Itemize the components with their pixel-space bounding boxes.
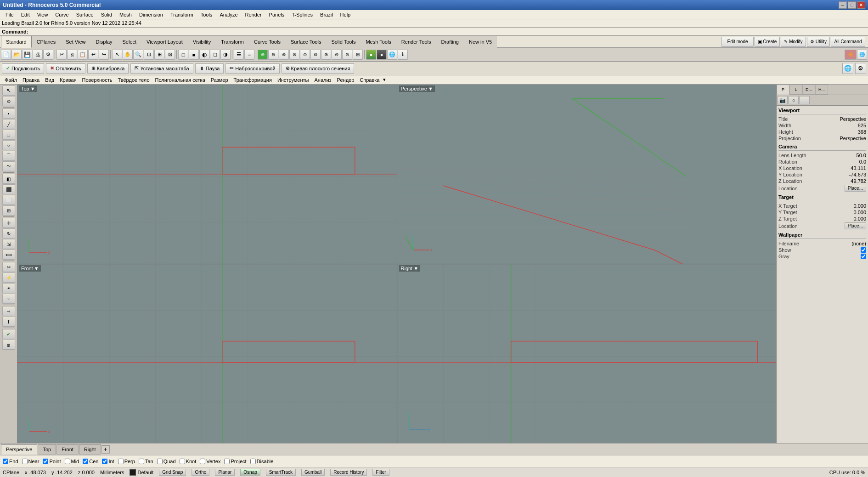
calibrate-btn[interactable]: ⊕ Калибровка: [87, 63, 129, 74]
minimize-button[interactable]: ─: [839, 1, 847, 9]
rp-tab-h[interactable]: H...: [815, 85, 828, 95]
snap4[interactable]: ⊘: [289, 50, 299, 60]
extrude-tool[interactable]: ⬛: [2, 184, 15, 194]
prop-btn[interactable]: ≡: [244, 50, 254, 60]
mirror-tool[interactable]: ⟺: [2, 250, 15, 260]
modify-btn[interactable]: ✎ Modify: [781, 37, 806, 47]
rp-tab-l[interactable]: L: [789, 85, 802, 95]
snap6[interactable]: ⊚: [310, 50, 321, 60]
freeform-tool[interactable]: 〜: [2, 161, 15, 171]
target-place-button[interactable]: Place...: [845, 222, 866, 229]
move-tool[interactable]: ✛: [2, 218, 15, 228]
viewport-right[interactable]: y z Right ▼: [397, 264, 777, 443]
pan-btn[interactable]: ✋: [123, 50, 133, 60]
ru-tools[interactable]: Инструменты: [275, 76, 312, 84]
ru-analyze[interactable]: Анализ: [311, 76, 334, 84]
menu-render[interactable]: Render: [242, 11, 265, 18]
rp-circle-icon[interactable]: ○: [789, 96, 799, 104]
menu-solid[interactable]: Solid: [97, 11, 116, 18]
tab-standard[interactable]: Standard: [1, 36, 32, 48]
section-btn[interactable]: ⊗ Кривая плоского сечения: [282, 63, 355, 74]
ru-curve[interactable]: Кривая: [57, 76, 79, 84]
undo-btn[interactable]: ↩: [88, 50, 98, 60]
lasso-tool[interactable]: ⊙: [2, 96, 15, 106]
paste-btn[interactable]: 📋: [78, 50, 88, 60]
menu-transform[interactable]: Transform: [167, 11, 197, 18]
ru-surface[interactable]: Поверхность: [79, 76, 115, 84]
menu-analyze[interactable]: Analyze: [216, 11, 241, 18]
globe-btn[interactable]: 🌐: [387, 50, 397, 60]
front-viewport-label[interactable]: Front ▼: [19, 265, 41, 272]
trash-tool[interactable]: 🗑: [2, 340, 15, 350]
ru-help[interactable]: Справка: [357, 76, 382, 84]
gray-checkbox[interactable]: [861, 254, 866, 259]
tab-right[interactable]: Right: [79, 444, 101, 454]
dim-tool[interactable]: ⊣: [2, 306, 15, 316]
vertex-checkbox[interactable]: [200, 459, 205, 464]
disable-checkbox[interactable]: [250, 459, 256, 464]
text-tool[interactable]: T: [2, 317, 15, 327]
snap1[interactable]: ⊕: [258, 50, 268, 60]
ru-file[interactable]: Файл: [2, 76, 20, 84]
cen-checkbox[interactable]: [83, 459, 88, 464]
utility-btn[interactable]: ⚙ Utility: [807, 37, 830, 47]
tab-display[interactable]: Display: [90, 36, 117, 48]
scale-tool[interactable]: ⇲: [2, 239, 15, 249]
tab-perspective[interactable]: Perspective: [1, 444, 37, 454]
snap2[interactable]: ⊖: [268, 50, 278, 60]
snap9[interactable]: ⊝: [342, 50, 352, 60]
disconnect-btn[interactable]: ✖ Отключить: [46, 63, 85, 74]
copy-btn[interactable]: ⎘: [67, 50, 77, 60]
tab-cplanes[interactable]: CPlanes: [32, 36, 61, 48]
tan-checkbox[interactable]: [139, 459, 144, 464]
ru-view[interactable]: Вид: [42, 76, 57, 84]
line-tool[interactable]: ╱: [2, 119, 15, 129]
menu-tsplines[interactable]: T-Splines: [288, 11, 316, 18]
filter-btn[interactable]: Filter: [372, 469, 389, 476]
mesh-tool2[interactable]: ⊞: [2, 205, 15, 216]
menu-edit[interactable]: Edit: [17, 11, 34, 18]
grid-snap-btn[interactable]: Grid Snap: [159, 469, 186, 476]
mid-checkbox[interactable]: [65, 459, 70, 464]
record-history-btn[interactable]: Record History: [330, 469, 367, 476]
check-tool[interactable]: ✔: [2, 329, 15, 339]
layer-btn[interactable]: ☰: [234, 50, 244, 60]
snap10[interactable]: ⊞: [353, 50, 363, 60]
ru-edit[interactable]: Правка: [20, 76, 42, 84]
ru-render[interactable]: Рендер: [334, 76, 357, 84]
arc-tool[interactable]: ⌒: [2, 151, 15, 161]
knot-checkbox[interactable]: [180, 459, 185, 464]
circle-tool[interactable]: ○: [2, 140, 15, 150]
smart-track-btn[interactable]: SmartTrack: [266, 469, 296, 476]
command-input[interactable]: [30, 29, 866, 34]
select-btn[interactable]: ↖: [112, 50, 122, 60]
viewport-top[interactable]: x y Top ▼: [17, 85, 397, 264]
trim-tool[interactable]: ✂: [2, 262, 15, 272]
point-tool[interactable]: •: [2, 108, 15, 119]
point-checkbox[interactable]: [43, 459, 48, 464]
globe-btn2[interactable]: 🌐: [842, 63, 853, 74]
menu-view[interactable]: View: [34, 11, 52, 18]
set-scale-btn[interactable]: ⇱ Установка масштаба: [130, 63, 193, 74]
add-tab-button[interactable]: +: [101, 445, 110, 454]
menu-brazil[interactable]: Brazil: [316, 11, 337, 18]
tab-visibility[interactable]: Visibility: [188, 36, 216, 48]
right-viewport-label[interactable]: Right ▼: [399, 265, 421, 272]
pause-btn[interactable]: ⏸ Пауза: [195, 63, 224, 74]
ru-transform[interactable]: Трансформация: [231, 76, 275, 84]
menu-file[interactable]: File: [2, 11, 17, 18]
ru-solid[interactable]: Твёрдое тело: [115, 76, 152, 84]
settings-icon[interactable]: ⚙: [855, 63, 866, 74]
all-command-btn[interactable]: All Command: [831, 37, 865, 47]
menu-dimension[interactable]: Dimension: [135, 11, 167, 18]
tab-select[interactable]: Select: [118, 36, 142, 48]
near-checkbox[interactable]: [22, 459, 28, 464]
split-tool[interactable]: ⚡: [2, 273, 15, 283]
ru-dimension[interactable]: Размер: [208, 76, 231, 84]
redo-btn[interactable]: ↪: [99, 50, 109, 60]
zoom-win-btn[interactable]: ⊡: [144, 50, 154, 60]
zoom-all-btn[interactable]: ⊞: [154, 50, 164, 60]
tab-render-tools[interactable]: Render Tools: [396, 36, 436, 48]
menu-surface[interactable]: Surface: [73, 11, 97, 18]
ortho-btn[interactable]: Ortho: [192, 469, 209, 476]
